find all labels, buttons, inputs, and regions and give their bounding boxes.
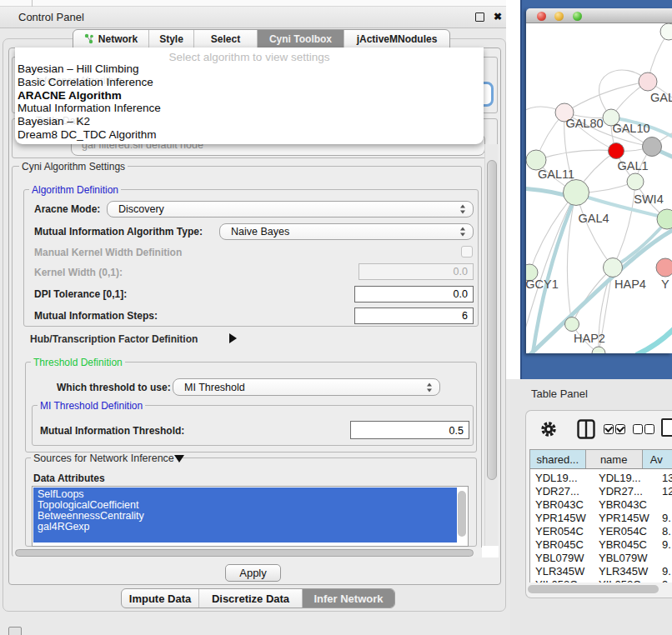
node-table[interactable]: shared...nameAv YDL19...YDL19...13YDR27.… (529, 449, 672, 582)
tab-cyni-toolbox[interactable]: Cyni Toolbox (258, 30, 344, 48)
attribute-item[interactable]: gal4RGexp (38, 521, 90, 532)
network-node-GAL2[interactable] (639, 72, 657, 91)
mi-steps-field[interactable]: 6 (354, 308, 474, 324)
table-row[interactable]: YBR043CYBR043C (530, 498, 672, 512)
table-row[interactable]: YLR345WYLR345W9. (530, 565, 672, 578)
table-row[interactable]: YDR27...YDR27...12 (530, 485, 672, 498)
data-attributes-list[interactable]: SelfLoopsTopologicalCoefficientBetweenne… (32, 486, 469, 547)
bottom-tab-impute-data[interactable]: Impute Data (122, 589, 199, 608)
tab-network[interactable]: Network (73, 30, 149, 48)
table-cell: YER054C (599, 525, 647, 538)
dpi-tolerance-label: DPI Tolerance [0,1]: (34, 288, 127, 300)
bottom-tab-infer-network[interactable]: Infer Network (303, 589, 394, 608)
corner-widget-icon[interactable] (8, 627, 22, 635)
hub-definition-label[interactable]: Hub/Transcription Factor Definition (30, 333, 198, 345)
network-node-bottom-node[interactable] (592, 347, 605, 353)
table-cell: 13 (662, 472, 672, 484)
network-node-node-top[interactable] (660, 23, 672, 40)
columns-icon[interactable] (577, 419, 595, 439)
checked-checkbox-icon[interactable] (604, 424, 614, 434)
column-header-shared...[interactable]: shared... (530, 450, 586, 468)
document-icon[interactable] (661, 418, 672, 437)
tab-jactivemnodules[interactable]: jActiveMNodules (344, 30, 449, 48)
algorithm-option[interactable]: Bayesian – K2 (18, 115, 90, 128)
algorithm-option[interactable]: ARACNE Algorithm (18, 89, 122, 102)
window-top-strip (0, 0, 510, 7)
algorithm-option[interactable]: Basic Correlation Inference (18, 76, 153, 88)
unchecked-checkbox-icon[interactable] (633, 424, 643, 434)
network-window: GAL2GAL80GAL10GAL1GAL11GAL4SWI4GCY1HAP4Y… (526, 8, 672, 353)
apply-button[interactable]: Apply (225, 564, 281, 582)
attribute-item[interactable]: TopologicalCoefficient (38, 499, 138, 511)
node-label: GAL1 (617, 159, 648, 172)
float-window-icon[interactable] (475, 12, 484, 22)
node-label: GAL4 (578, 212, 609, 225)
table-cell: YBL079W (599, 552, 648, 564)
table-cell: 9. (662, 512, 671, 524)
bottom-tab-discretize-data[interactable]: Discretize Data (199, 589, 303, 608)
network-node-HAP4[interactable] (604, 258, 623, 278)
table-row[interactable]: YBR045CYBR045C9. (530, 538, 672, 552)
network-node-gray-node[interactable] (643, 138, 662, 157)
zoom-traffic-icon[interactable] (573, 12, 582, 21)
manual-kernel-checkbox[interactable] (461, 246, 473, 258)
algorithm-option[interactable]: Mutual Information Inference (18, 102, 161, 114)
network-node-GAL1-red[interactable] (609, 143, 624, 159)
mi-threshold-field[interactable]: 0.5 (350, 421, 469, 439)
table-cell: YBL079W (535, 552, 584, 564)
table-row[interactable]: YPR145WYPR145W9. (530, 512, 672, 525)
table-cell: YDL19... (535, 472, 578, 484)
network-canvas[interactable]: GAL2GAL80GAL10GAL1GAL11GAL4SWI4GCY1HAP4Y… (526, 23, 672, 353)
algorithm-option[interactable]: Bayesian – Hill Climbing (18, 62, 139, 75)
network-window-titlebar[interactable] (526, 8, 672, 23)
kernel-width-field[interactable]: 0.0 (359, 263, 474, 280)
table-row[interactable]: YIL052CYIL052C9 (530, 578, 672, 582)
horizontal-scrollbar[interactable] (13, 548, 482, 558)
algorithm-option[interactable]: Dream8 DC_TDC Algorithm (18, 128, 157, 141)
mi-type-combo[interactable]: Naive Bayes (219, 223, 474, 240)
checked-checkbox-icon[interactable] (615, 424, 625, 434)
list-scrollbar[interactable] (458, 491, 466, 537)
column-header-Av[interactable]: Av (643, 450, 672, 468)
mi-threshold-label: Mutual Information Threshold: (40, 425, 184, 437)
aracne-mode-combo[interactable]: Discovery (107, 201, 474, 218)
table-cell: YLR345W (535, 565, 584, 578)
control-panel-tabs: NetworkStyleSelectCyni ToolboxjActiveMNo… (73, 29, 450, 48)
close-traffic-icon[interactable] (537, 12, 546, 21)
table-cell: 8. (662, 525, 671, 538)
dpi-tolerance-field[interactable]: 0.0 (354, 286, 474, 302)
network-node-HAP2[interactable] (565, 318, 579, 332)
table-cell: YBR045C (535, 538, 584, 551)
control-panel-titlebar: Control Panel ✖ (0, 7, 510, 28)
table-horizontal-scrollbar[interactable] (528, 584, 668, 594)
scroll-corner (482, 546, 499, 558)
table-panel-region: Table Panel shared...nameAv (510, 379, 672, 635)
minimize-traffic-icon[interactable] (554, 12, 564, 21)
network-node-salmon-node[interactable] (656, 258, 672, 277)
tab-select[interactable]: Select (194, 30, 258, 48)
network-node-GAL4[interactable] (564, 180, 589, 206)
node-label: GAL2 (650, 91, 672, 104)
gear-icon[interactable] (540, 421, 557, 438)
table-cell: YBR043C (599, 498, 647, 511)
table-toolbar (526, 411, 672, 449)
vertical-scrollbar[interactable] (484, 144, 498, 546)
attribute-item[interactable]: SelfLoops (38, 488, 84, 500)
table-row[interactable]: YDL19...YDL19...13 (530, 472, 672, 485)
table-cell: YER054C (535, 525, 584, 538)
expand-arrow-icon[interactable] (229, 333, 237, 343)
algorithm-dropdown: Select algorithm to view settings Infere… (15, 48, 484, 144)
unchecked-checkbox-icon[interactable] (644, 424, 654, 434)
panel-title: Control Panel (18, 11, 84, 23)
close-icon[interactable]: ✖ (494, 11, 502, 22)
attribute-item[interactable]: BetweennessCentrality (38, 510, 144, 522)
table-cell: 9 (662, 578, 668, 582)
tab-style[interactable]: Style (149, 30, 194, 48)
column-header-name[interactable]: name (586, 450, 643, 468)
which-threshold-combo[interactable]: MI Threshold (173, 378, 440, 396)
collapse-arrow-icon[interactable] (174, 455, 184, 462)
panel-divider[interactable] (506, 0, 520, 379)
table-row[interactable]: YBL079WYBL079W (530, 552, 672, 565)
network-node-SWI4[interactable] (627, 173, 644, 190)
table-row[interactable]: YER054CYER054C8. (530, 525, 672, 538)
